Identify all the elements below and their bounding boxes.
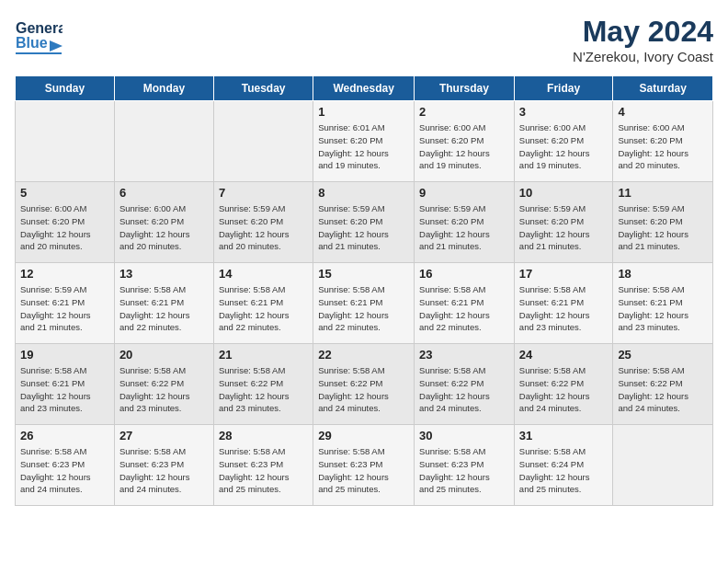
cell-date-number: 24	[519, 348, 609, 362]
cell-daylight-info: Sunrise: 5:58 AM Sunset: 6:24 PM Dayligh…	[519, 445, 609, 496]
cell-date-number: 21	[219, 348, 308, 362]
calendar-cell: 30Sunrise: 5:58 AM Sunset: 6:23 PM Dayli…	[415, 425, 515, 506]
calendar-cell: 2Sunrise: 6:00 AM Sunset: 6:20 PM Daylig…	[415, 101, 515, 182]
cell-date-number: 28	[219, 429, 308, 442]
calendar-cell: 8Sunrise: 5:59 AM Sunset: 6:20 PM Daylig…	[313, 182, 415, 263]
calendar-cell: 21Sunrise: 5:58 AM Sunset: 6:22 PM Dayli…	[213, 344, 313, 425]
cell-date-number: 12	[20, 267, 109, 281]
month-year-title: May 2024	[573, 15, 713, 49]
calendar-week-row: 12Sunrise: 5:59 AM Sunset: 6:21 PM Dayli…	[16, 263, 713, 344]
cell-daylight-info: Sunrise: 5:59 AM Sunset: 6:21 PM Dayligh…	[20, 283, 109, 334]
weekday-header-cell: Saturday	[613, 76, 713, 101]
calendar-cell: 18Sunrise: 5:58 AM Sunset: 6:21 PM Dayli…	[613, 263, 713, 344]
calendar-week-row: 5Sunrise: 6:00 AM Sunset: 6:20 PM Daylig…	[16, 182, 713, 263]
calendar-cell: 13Sunrise: 5:58 AM Sunset: 6:21 PM Dayli…	[114, 263, 213, 344]
calendar-cell: 27Sunrise: 5:58 AM Sunset: 6:23 PM Dayli…	[114, 425, 213, 506]
calendar-cell: 6Sunrise: 6:00 AM Sunset: 6:20 PM Daylig…	[114, 182, 213, 263]
calendar-week-row: 19Sunrise: 5:58 AM Sunset: 6:21 PM Dayli…	[16, 344, 713, 425]
cell-daylight-info: Sunrise: 5:58 AM Sunset: 6:21 PM Dayligh…	[618, 283, 708, 334]
cell-daylight-info: Sunrise: 5:58 AM Sunset: 6:22 PM Dayligh…	[419, 364, 509, 415]
calendar-cell	[213, 101, 313, 182]
cell-date-number: 26	[20, 429, 109, 442]
calendar-cell: 19Sunrise: 5:58 AM Sunset: 6:21 PM Dayli…	[16, 344, 115, 425]
cell-daylight-info: Sunrise: 5:58 AM Sunset: 6:23 PM Dayligh…	[119, 445, 209, 496]
cell-daylight-info: Sunrise: 5:58 AM Sunset: 6:21 PM Dayligh…	[519, 283, 609, 334]
cell-date-number: 9	[419, 186, 509, 200]
cell-daylight-info: Sunrise: 5:58 AM Sunset: 6:21 PM Dayligh…	[419, 283, 509, 334]
cell-daylight-info: Sunrise: 5:59 AM Sunset: 6:20 PM Dayligh…	[219, 202, 308, 253]
weekday-header-cell: Thursday	[415, 76, 515, 101]
cell-daylight-info: Sunrise: 5:58 AM Sunset: 6:22 PM Dayligh…	[119, 364, 209, 415]
cell-date-number: 2	[419, 105, 509, 119]
cell-date-number: 27	[119, 429, 209, 442]
cell-date-number: 8	[318, 186, 409, 200]
calendar-cell: 28Sunrise: 5:58 AM Sunset: 6:23 PM Dayli…	[213, 425, 313, 506]
calendar-cell: 26Sunrise: 5:58 AM Sunset: 6:23 PM Dayli…	[16, 425, 115, 506]
weekday-header-cell: Friday	[514, 76, 613, 101]
cell-daylight-info: Sunrise: 6:00 AM Sunset: 6:20 PM Dayligh…	[119, 202, 209, 253]
logo-icon: General Blue	[15, 15, 63, 55]
calendar-cell: 22Sunrise: 5:58 AM Sunset: 6:22 PM Dayli…	[313, 344, 415, 425]
svg-marker-2	[50, 40, 63, 52]
cell-daylight-info: Sunrise: 5:58 AM Sunset: 6:23 PM Dayligh…	[419, 445, 509, 496]
cell-date-number: 20	[119, 348, 209, 362]
cell-daylight-info: Sunrise: 6:01 AM Sunset: 6:20 PM Dayligh…	[318, 121, 409, 172]
cell-date-number: 1	[318, 105, 409, 119]
cell-date-number: 4	[618, 105, 708, 119]
weekday-header-cell: Sunday	[16, 76, 115, 101]
cell-daylight-info: Sunrise: 5:58 AM Sunset: 6:23 PM Dayligh…	[20, 445, 109, 496]
cell-daylight-info: Sunrise: 5:58 AM Sunset: 6:23 PM Dayligh…	[318, 445, 409, 496]
cell-daylight-info: Sunrise: 5:58 AM Sunset: 6:21 PM Dayligh…	[119, 283, 209, 334]
cell-daylight-info: Sunrise: 5:59 AM Sunset: 6:20 PM Dayligh…	[519, 202, 609, 253]
calendar-cell: 15Sunrise: 5:58 AM Sunset: 6:21 PM Dayli…	[313, 263, 415, 344]
cell-daylight-info: Sunrise: 5:58 AM Sunset: 6:22 PM Dayligh…	[618, 364, 708, 415]
weekday-header-cell: Monday	[114, 76, 213, 101]
cell-daylight-info: Sunrise: 6:00 AM Sunset: 6:20 PM Dayligh…	[419, 121, 509, 172]
calendar-cell: 12Sunrise: 5:59 AM Sunset: 6:21 PM Dayli…	[16, 263, 115, 344]
weekday-header-cell: Tuesday	[213, 76, 313, 101]
calendar-cell: 23Sunrise: 5:58 AM Sunset: 6:22 PM Dayli…	[415, 344, 515, 425]
calendar-week-row: 1Sunrise: 6:01 AM Sunset: 6:20 PM Daylig…	[16, 101, 713, 182]
cell-date-number: 7	[219, 186, 308, 200]
cell-date-number: 29	[318, 429, 409, 442]
cell-daylight-info: Sunrise: 5:59 AM Sunset: 6:20 PM Dayligh…	[318, 202, 409, 253]
cell-date-number: 13	[119, 267, 209, 281]
calendar-cell: 14Sunrise: 5:58 AM Sunset: 6:21 PM Dayli…	[213, 263, 313, 344]
svg-rect-3	[16, 52, 62, 54]
calendar-cell	[114, 101, 213, 182]
svg-text:Blue: Blue	[16, 35, 48, 51]
cell-date-number: 23	[419, 348, 509, 362]
cell-daylight-info: Sunrise: 5:58 AM Sunset: 6:21 PM Dayligh…	[20, 364, 109, 415]
cell-daylight-info: Sunrise: 5:58 AM Sunset: 6:22 PM Dayligh…	[318, 364, 409, 415]
calendar-cell: 16Sunrise: 5:58 AM Sunset: 6:21 PM Dayli…	[415, 263, 515, 344]
cell-date-number: 3	[519, 105, 609, 119]
page-header: General Blue May 2024 N'Zerekou, Ivory C…	[15, 15, 713, 64]
logo: General Blue	[15, 15, 63, 55]
cell-daylight-info: Sunrise: 5:58 AM Sunset: 6:23 PM Dayligh…	[219, 445, 308, 496]
cell-date-number: 6	[119, 186, 209, 200]
calendar-cell: 29Sunrise: 5:58 AM Sunset: 6:23 PM Dayli…	[313, 425, 415, 506]
cell-date-number: 19	[20, 348, 109, 362]
title-block: May 2024 N'Zerekou, Ivory Coast	[573, 15, 713, 64]
cell-date-number: 22	[318, 348, 409, 362]
calendar-cell: 11Sunrise: 5:59 AM Sunset: 6:20 PM Dayli…	[613, 182, 713, 263]
cell-date-number: 30	[419, 429, 509, 442]
cell-daylight-info: Sunrise: 5:58 AM Sunset: 6:21 PM Dayligh…	[318, 283, 409, 334]
cell-daylight-info: Sunrise: 5:59 AM Sunset: 6:20 PM Dayligh…	[419, 202, 509, 253]
cell-date-number: 31	[519, 429, 609, 442]
calendar-body: 1Sunrise: 6:01 AM Sunset: 6:20 PM Daylig…	[16, 101, 713, 506]
calendar-cell: 4Sunrise: 6:00 AM Sunset: 6:20 PM Daylig…	[613, 101, 713, 182]
cell-date-number: 10	[519, 186, 609, 200]
cell-date-number: 14	[219, 267, 308, 281]
calendar-cell: 24Sunrise: 5:58 AM Sunset: 6:22 PM Dayli…	[514, 344, 613, 425]
cell-daylight-info: Sunrise: 5:58 AM Sunset: 6:21 PM Dayligh…	[219, 283, 308, 334]
weekday-header-row: SundayMondayTuesdayWednesdayThursdayFrid…	[16, 76, 713, 101]
svg-text:General: General	[16, 20, 63, 36]
cell-daylight-info: Sunrise: 5:59 AM Sunset: 6:20 PM Dayligh…	[618, 202, 708, 253]
cell-daylight-info: Sunrise: 6:00 AM Sunset: 6:20 PM Dayligh…	[519, 121, 609, 172]
calendar-cell: 31Sunrise: 5:58 AM Sunset: 6:24 PM Dayli…	[514, 425, 613, 506]
location-subtitle: N'Zerekou, Ivory Coast	[573, 49, 713, 64]
calendar-table: SundayMondayTuesdayWednesdayThursdayFrid…	[15, 75, 713, 506]
calendar-week-row: 26Sunrise: 5:58 AM Sunset: 6:23 PM Dayli…	[16, 425, 713, 506]
calendar-cell: 25Sunrise: 5:58 AM Sunset: 6:22 PM Dayli…	[613, 344, 713, 425]
